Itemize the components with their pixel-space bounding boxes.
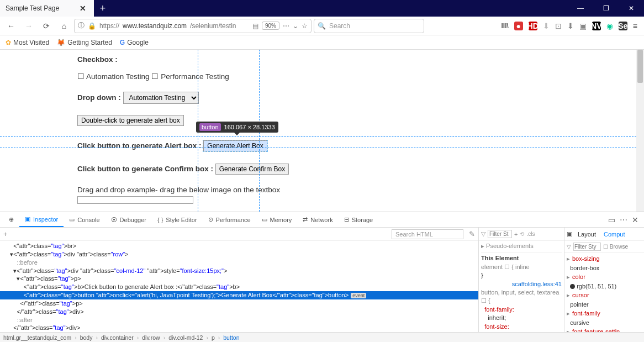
ext-icon-hd[interactable]: HD: [529, 22, 537, 30]
drop-target[interactable]: [77, 196, 193, 204]
url-path: /selenium/testin: [190, 22, 236, 30]
tab-network[interactable]: ⇄ Network: [297, 212, 338, 227]
back-button[interactable]: ←: [3, 19, 19, 33]
ext-icon-1[interactable]: ●: [514, 22, 523, 30]
zoom-level[interactable]: 90%: [262, 22, 279, 30]
crumb-item[interactable]: div.container: [101, 334, 134, 341]
computed-prop[interactable]: ▸color: [567, 272, 642, 282]
html-line[interactable]: <"attr">class="tag">br>: [0, 242, 478, 250]
browser-tab[interactable]: Sample Test Page ✕: [0, 0, 94, 17]
html-line[interactable]: </"attr">class="tag">div>: [0, 308, 478, 316]
scrollbar-thumb[interactable]: [637, 50, 643, 83]
dropdown-select[interactable]: Automation Testing: [123, 92, 199, 104]
element-selector[interactable]: element ☐ { inline: [481, 263, 562, 271]
devtools-picker[interactable]: ⊕: [3, 212, 19, 227]
url-bar[interactable]: ⓘ 🔒 https://www.testandquiz.com/selenium…: [74, 19, 312, 33]
toolbar-icons: III\ ● HD ⬇ ⊡ ⬇ ▣ NV ◉ Se ≡: [501, 22, 641, 30]
tab-inspector[interactable]: ▣ Inspector: [19, 212, 64, 227]
computed-tab[interactable]: Comput: [601, 231, 627, 238]
home-button[interactable]: ⌂: [56, 19, 72, 33]
page-scrollbar[interactable]: [636, 50, 644, 212]
ext-icon-3[interactable]: ⊡: [555, 22, 562, 30]
cls-icon[interactable]: .cls: [526, 231, 535, 237]
bookmark-getting-started[interactable]: 🦊Getting Started: [57, 39, 112, 46]
computed-prop[interactable]: ▸font-family: [567, 309, 642, 318]
html-tree[interactable]: <"attr">class="tag">br> ▾<"attr">class="…: [0, 241, 478, 332]
reload-button[interactable]: ⟳: [39, 19, 54, 33]
minimize-button[interactable]: —: [568, 0, 593, 17]
devtools-dock-icon[interactable]: ▭: [608, 215, 615, 224]
forward-button[interactable]: →: [21, 19, 36, 33]
html-line[interactable]: </"attr">class="tag">div>: [0, 324, 478, 332]
html-line[interactable]: ::before: [0, 259, 478, 267]
breadcrumb[interactable]: html.gr__testandquiz_com›body›div.contai…: [0, 332, 644, 342]
crumb-item[interactable]: div.row: [142, 334, 160, 341]
selector2[interactable]: button, input, select, textarea ☐ {: [481, 288, 562, 306]
tab-memory[interactable]: ▭ Memory: [256, 212, 298, 227]
layout-tab[interactable]: Layout: [576, 231, 598, 238]
firefox-icon: 🦊: [57, 39, 65, 46]
tab-style-editor[interactable]: { } Style Editor: [152, 212, 203, 227]
crumb-item[interactable]: html.gr__testandquiz_com: [3, 334, 71, 341]
ext-icon-6[interactable]: ◉: [606, 22, 613, 30]
html-line[interactable]: ▾<"attr">class="tag">div "attr">class="c…: [0, 267, 478, 275]
devtools-more-icon[interactable]: ⋯: [620, 215, 627, 224]
crumb-item[interactable]: div.col-md-12: [168, 334, 203, 341]
tab-debugger[interactable]: ⦿ Debugger: [105, 212, 152, 227]
crumb-item[interactable]: body: [80, 334, 93, 341]
crumb-item[interactable]: button: [223, 334, 239, 341]
layout-icon[interactable]: ▣: [567, 230, 572, 238]
reader-icon[interactable]: ▤: [252, 22, 258, 30]
computed-prop[interactable]: ▸font-feature-settin: [567, 327, 642, 332]
restore-button[interactable]: ❐: [593, 0, 619, 17]
crumb-item[interactable]: p: [212, 334, 215, 341]
checkbox-automation[interactable]: ☐ Automation Testing: [77, 72, 150, 81]
html-line[interactable]: ▾<"attr">class="tag">p>: [0, 275, 478, 283]
pseudo-header[interactable]: ▸ Pseudo-elements: [481, 242, 562, 250]
devtools-close-icon[interactable]: ✕: [632, 215, 638, 224]
doubleclick-button[interactable]: Double-click to generate alert box: [77, 115, 184, 126]
browse-checkbox[interactable]: ☐ Browse: [603, 244, 628, 250]
ext-icon-se[interactable]: Se: [619, 22, 627, 30]
bookmark-most-visited[interactable]: ✿Most Visited: [6, 39, 49, 46]
hov-icon[interactable]: ⟲: [520, 231, 524, 237]
edit-icon[interactable]: ✎: [469, 230, 475, 238]
html-line[interactable]: ▾<"attr">class="tag">div "attr">class="r…: [0, 250, 478, 259]
html-line[interactable]: <"attr">class="tag">b>Click button to ge…: [0, 283, 478, 291]
search-bar[interactable]: 🔍 Search: [314, 19, 424, 33]
ext-icon-nv[interactable]: NV: [592, 22, 601, 30]
tab-performance[interactable]: ⊙ Performance: [203, 212, 256, 227]
computed-body[interactable]: ▸box-sizing border-box▸color rgb(51, 51,…: [564, 253, 644, 332]
computed-prop[interactable]: ▸cursor: [567, 291, 642, 300]
add-node-icon[interactable]: +: [3, 230, 8, 238]
checkbox-performance[interactable]: ☐ Performance Testing: [151, 72, 229, 81]
more-icon[interactable]: ⋯: [283, 22, 289, 30]
pocket-icon[interactable]: ⌄: [293, 22, 298, 30]
computed-prop[interactable]: ▸box-sizing: [567, 254, 642, 264]
generate-alert-button[interactable]: Generate Alert Box: [203, 140, 267, 151]
filter-computed-input[interactable]: [573, 243, 601, 251]
new-tab-button[interactable]: +: [94, 0, 112, 17]
styles-panel: ▽ + ⟲ .cls ▸ Pseudo-elements This Elemen…: [478, 228, 564, 332]
html-line[interactable]: ::after: [0, 316, 478, 324]
star-icon[interactable]: ☆: [302, 22, 308, 30]
tab-storage[interactable]: ⊟ Storage: [339, 212, 379, 227]
add-rule-icon[interactable]: +: [514, 231, 518, 238]
library-icon[interactable]: III\: [501, 22, 508, 30]
tab-console[interactable]: ▭ Console: [64, 212, 105, 227]
ext-icon-2[interactable]: ⬇: [543, 22, 550, 30]
ext-icon-5[interactable]: ▣: [579, 22, 587, 30]
html-line[interactable]: <"attr">class="tag">button "attr">onclic…: [0, 291, 478, 299]
bookmark-google[interactable]: GGoogle: [120, 39, 149, 46]
ext-icon-4[interactable]: ⬇: [567, 22, 574, 30]
inspector-tooltip: button 160.067 × 28.1333: [196, 122, 278, 133]
search-html-input[interactable]: Search HTML: [392, 229, 463, 239]
html-line[interactable]: </"attr">class="tag">p>: [0, 299, 478, 308]
close-window-button[interactable]: ✕: [619, 0, 644, 17]
search-icon: 🔍: [318, 22, 326, 30]
close-icon[interactable]: ✕: [77, 4, 88, 13]
generate-confirm-button[interactable]: Generate Confirm Box: [215, 164, 289, 175]
filter-styles-input[interactable]: [488, 230, 512, 238]
menu-icon[interactable]: ≡: [633, 22, 637, 30]
source-link[interactable]: scaffolding.less:41: [481, 280, 562, 288]
